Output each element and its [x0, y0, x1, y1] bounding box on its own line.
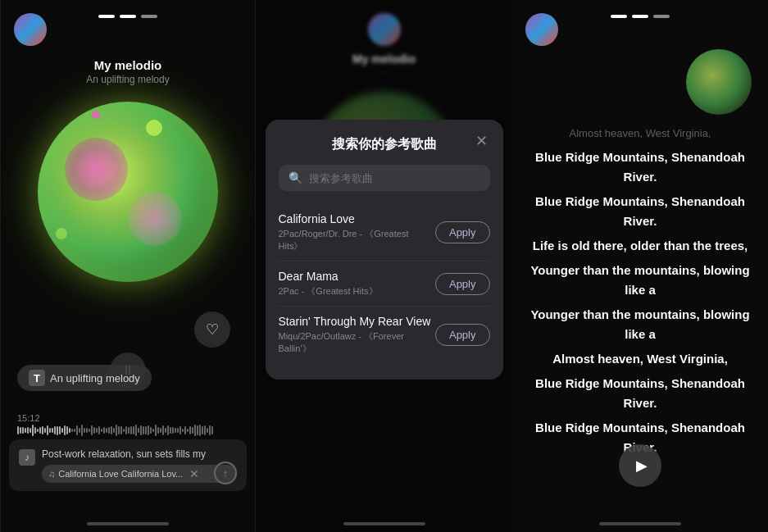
search-input-wrapper: 🔍 [279, 165, 490, 191]
middle-panel: My melodio ... 搜索你的参考歌曲 ✕ 🔍 California L… [256, 0, 512, 532]
lyric-2: Blue Ridge Mountains, Shenandoah River. [520, 192, 760, 231]
modal-close-button[interactable]: ✕ [472, 131, 492, 151]
song-result-1: California Love 2Pac/Roger/Dr. Dre - 《Gr… [279, 204, 490, 261]
song-meta-2: 2Pac - 《Greatest Hits》 [279, 285, 378, 298]
song-name-2: Dear Mama [279, 270, 378, 283]
song-info-1: California Love 2Pac/Roger/Dr. Dre - 《Gr… [279, 212, 435, 252]
notif-song: ♫ California Love California Lov... ✕ [42, 465, 237, 483]
right-panel: Almost heaven, West Virginia, Blue Ridge… [512, 0, 768, 532]
home-indicator [87, 522, 169, 525]
apply-button-1[interactable]: Apply [435, 221, 490, 243]
upload-icon: ↑ [223, 467, 229, 480]
panel-title: My melodio [1, 58, 255, 72]
heart-icon: ♡ [206, 321, 219, 339]
notif-icon: ♪ [19, 449, 35, 466]
song-meta-3: Miqu/2Pac/Outlawz - 《Forever Ballin'》 [279, 330, 435, 355]
modal-wrapper: 搜索你的参考歌曲 ✕ 🔍 California Love 2Pac/Roger/… [256, 0, 512, 532]
modal-title: 搜索你的参考歌曲 [279, 136, 490, 153]
song-meta-1: 2Pac/Roger/Dr. Dre - 《Greatest Hits》 [279, 228, 435, 252]
notif-music-icon: ♫ [48, 469, 55, 479]
search-modal: 搜索你的参考歌曲 ✕ 🔍 California Love 2Pac/Roger/… [266, 120, 503, 380]
lyrics-container: Almost heaven, West Virginia, Blue Ridge… [520, 123, 760, 466]
avatar [14, 13, 47, 46]
status-dots [98, 15, 157, 18]
panel-subtitle: An uplifting melody [1, 74, 255, 85]
left-panel-header: My melodio An uplifting melody [1, 45, 255, 85]
music-orb [38, 102, 218, 282]
lyric-7: Blue Ridge Mountains, Shenandoah River. [520, 374, 760, 413]
waveform [17, 425, 239, 436]
right-avatar [525, 13, 558, 46]
right-mini-orb [686, 49, 752, 115]
bottom-notification: ♪ Post-work relaxation, sun sets fills m… [9, 439, 247, 491]
text-tag: T An uplifting melody [17, 365, 152, 391]
right-home-indicator [599, 522, 681, 525]
heart-button[interactable]: ♡ [194, 311, 230, 348]
song-result-3: Starin' Through My Rear View Miqu/2Pac/O… [279, 307, 490, 363]
notif-close-btn[interactable]: ✕ [189, 467, 199, 480]
text-tag-label: An uplifting melody [50, 372, 140, 384]
apply-button-3[interactable]: Apply [435, 324, 490, 346]
lyric-6: Almost heaven, West Virginia, [552, 349, 728, 369]
progress-area: 15:12 [17, 410, 239, 436]
lyric-0: Almost heaven, West Virginia, [570, 125, 711, 143]
song-result-2: Dear Mama 2Pac - 《Greatest Hits》 Apply [279, 261, 490, 307]
notif-text: Post-work relaxation, sun sets fills my [42, 448, 237, 462]
song-name-3: Starin' Through My Rear View [279, 315, 435, 328]
apply-button-2[interactable]: Apply [435, 273, 490, 295]
upload-button[interactable]: ↑ [214, 462, 237, 484]
time-display: 15:12 [17, 413, 40, 423]
lyric-5: Younger than the mountains, blowing like… [520, 305, 760, 344]
left-panel: My melodio An uplifting melody ♡ ⏸ T An … [0, 0, 256, 532]
right-status-dots [611, 15, 670, 18]
notif-song-name: California Love California Lov... [58, 469, 183, 479]
song-name-1: California Love [279, 212, 435, 225]
song-info-3: Starin' Through My Rear View Miqu/2Pac/O… [279, 315, 435, 355]
lyric-1: Blue Ridge Mountains, Shenandoah River. [520, 148, 760, 187]
text-tag-icon: T [29, 370, 45, 386]
orb-visual [38, 102, 218, 282]
search-input[interactable] [309, 172, 480, 184]
play-icon: ▶ [636, 457, 648, 475]
song-info-2: Dear Mama 2Pac - 《Greatest Hits》 [279, 270, 378, 298]
lyric-3: Life is old there, older than the trees, [533, 236, 748, 256]
play-button[interactable]: ▶ [619, 444, 661, 487]
search-icon: 🔍 [289, 171, 302, 184]
lyric-4: Younger than the mountains, blowing like… [520, 261, 760, 300]
